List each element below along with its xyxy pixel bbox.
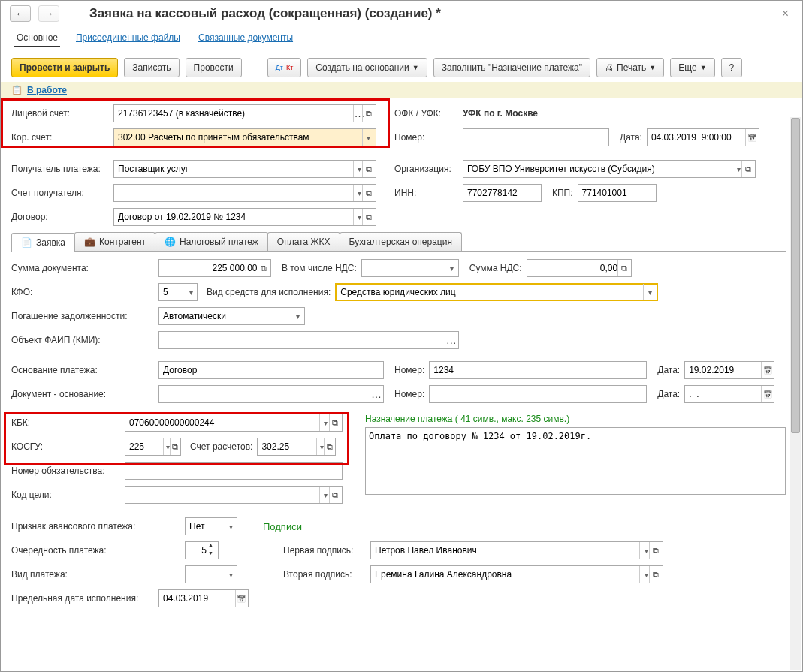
sign1-field[interactable] <box>375 545 639 556</box>
deadline-input[interactable] <box>158 589 249 607</box>
dots-icon[interactable]: … <box>370 386 382 402</box>
vat-type-field[interactable] <box>366 263 445 273</box>
vat-type-input[interactable] <box>361 259 459 277</box>
faip-field[interactable] <box>163 335 445 345</box>
inn-field[interactable] <box>467 188 537 198</box>
post-and-close-button[interactable]: Провести и закрыть <box>11 58 118 77</box>
number-input[interactable] <box>463 128 609 146</box>
calc-acc-field[interactable] <box>261 441 316 452</box>
vat-sum-input[interactable] <box>527 259 632 277</box>
account-input[interactable]: … <box>113 104 376 122</box>
tab-files[interactable]: Присоединенные файлы <box>74 29 183 47</box>
tab-housing[interactable]: Оплата ЖКХ <box>267 232 340 251</box>
dropdown-icon[interactable] <box>445 260 457 276</box>
dropdown-icon[interactable] <box>643 284 656 300</box>
kpp-field[interactable] <box>582 188 652 198</box>
kbk-input[interactable] <box>125 414 343 432</box>
create-basis-button[interactable]: Создать на основании▼ <box>307 58 427 77</box>
payee-input[interactable] <box>113 160 376 178</box>
target-input[interactable] <box>125 486 343 504</box>
basis-doc-num-input[interactable] <box>429 385 647 403</box>
open-icon[interactable] <box>362 161 375 177</box>
basis-doc-date-field[interactable] <box>689 389 761 399</box>
pay-type-input[interactable] <box>185 565 237 583</box>
advance-input[interactable] <box>185 517 237 535</box>
open-icon[interactable] <box>362 185 375 201</box>
open-icon[interactable] <box>741 161 754 177</box>
sign2-field[interactable] <box>375 569 639 580</box>
payee-acc-field[interactable] <box>118 188 353 198</box>
vat-sum-field[interactable] <box>531 263 618 273</box>
open-icon[interactable] <box>170 438 180 455</box>
priority-spinner[interactable]: ▲▼ <box>207 542 214 559</box>
calendar-icon[interactable] <box>761 362 773 378</box>
dropdown-icon[interactable] <box>186 284 196 300</box>
basis-field[interactable] <box>163 365 379 375</box>
help-button[interactable]: ? <box>721 58 743 77</box>
payee-field[interactable] <box>118 164 353 174</box>
corr-field[interactable] <box>118 132 362 143</box>
basis-date-field[interactable] <box>689 365 761 375</box>
post-button[interactable]: Провести <box>186 58 242 77</box>
dtkt-button[interactable]: ДтКт <box>267 58 302 77</box>
scrollbar-thumb[interactable] <box>791 118 800 433</box>
calc-acc-input[interactable] <box>257 438 336 456</box>
date-input[interactable] <box>647 128 759 146</box>
basis-date-input[interactable] <box>684 361 774 379</box>
dropdown-icon[interactable] <box>362 129 375 146</box>
contract-field[interactable] <box>118 212 353 222</box>
number-field[interactable] <box>467 132 605 143</box>
open-icon[interactable] <box>649 542 662 559</box>
inn-input[interactable] <box>463 184 542 202</box>
debt-field[interactable] <box>163 311 291 321</box>
date-field[interactable] <box>651 132 746 143</box>
basis-doc-field[interactable] <box>163 389 370 399</box>
write-button[interactable]: Записать <box>124 58 179 77</box>
kbk-field[interactable] <box>129 417 319 428</box>
obligation-field[interactable] <box>129 466 338 476</box>
open-icon[interactable] <box>362 105 375 122</box>
basis-doc-num-field[interactable] <box>433 389 642 399</box>
debt-input[interactable] <box>158 307 305 325</box>
purpose-textarea[interactable] <box>365 427 786 495</box>
dots-icon[interactable]: … <box>445 332 457 348</box>
open-icon[interactable] <box>324 438 334 455</box>
basis-num-field[interactable] <box>433 365 642 375</box>
priority-input[interactable]: ▲▼ <box>185 541 219 559</box>
tab-counterparty[interactable]: 💼Контрагент <box>74 232 155 251</box>
close-icon[interactable]: × <box>777 7 793 20</box>
funds-input[interactable] <box>335 283 658 301</box>
calendar-icon[interactable] <box>745 129 757 146</box>
calendar-icon[interactable] <box>761 386 773 402</box>
open-icon[interactable] <box>362 209 375 225</box>
nav-forward-button[interactable]: → <box>38 5 59 22</box>
open-icon[interactable] <box>649 566 662 583</box>
basis-num-input[interactable] <box>429 361 647 379</box>
sign2-input[interactable] <box>370 565 663 583</box>
nav-back-button[interactable]: ← <box>10 5 31 22</box>
tab-application[interactable]: 📄Заявка <box>11 233 75 252</box>
tab-main[interactable]: Основное <box>14 29 60 47</box>
more-button[interactable]: Еще▼ <box>670 58 714 77</box>
funds-field[interactable] <box>340 287 643 297</box>
kosgu-field[interactable] <box>129 441 163 452</box>
open-icon[interactable] <box>329 487 341 503</box>
priority-field[interactable] <box>189 545 207 556</box>
basis-doc-input[interactable]: … <box>158 385 384 403</box>
docsum-input[interactable] <box>158 259 271 277</box>
print-button[interactable]: 🖨Печать▼ <box>596 58 664 77</box>
status-link[interactable]: В работе <box>27 85 67 95</box>
dropdown-icon[interactable] <box>225 566 236 583</box>
sign1-input[interactable] <box>370 541 663 559</box>
calc-icon[interactable] <box>617 260 629 276</box>
deadline-field[interactable] <box>163 593 235 604</box>
kosgu-input[interactable] <box>125 438 181 456</box>
kpp-input[interactable] <box>578 184 657 202</box>
tab-accounting[interactable]: Бухгалтерская операция <box>340 232 462 251</box>
basis-input[interactable] <box>158 361 384 379</box>
pay-type-field[interactable] <box>189 569 225 580</box>
dropdown-icon[interactable] <box>291 308 303 324</box>
payee-acc-input[interactable] <box>113 184 376 202</box>
fill-purpose-button[interactable]: Заполнить "Назначение платежа" <box>433 58 590 77</box>
obligation-input[interactable] <box>125 462 343 480</box>
